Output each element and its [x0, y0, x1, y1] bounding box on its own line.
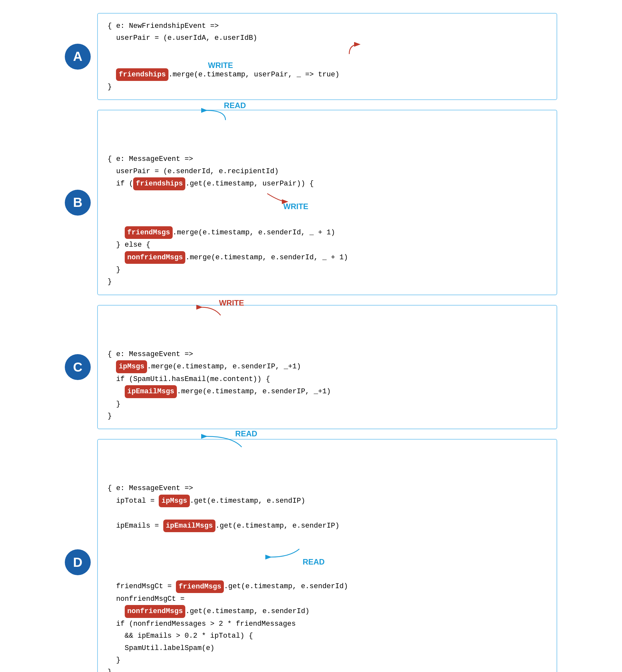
- read-arrow-d2: [264, 546, 309, 564]
- code-b-line4: friendMsgs.merge(e.timestamp, e.senderId…: [108, 190, 547, 239]
- code-d-line2: ipTotal = ipMsgs.get(e.timestamp, e.send…: [108, 495, 547, 507]
- block-d-row: D { e: MessageEvent => READ ipTotal = ip…: [65, 439, 557, 672]
- code-d-line12: }: [108, 654, 547, 666]
- write-label-b: WRITE: [283, 200, 308, 213]
- code-box-c: { e: MessageEvent => WRITE ipMsgs.merge(…: [97, 305, 557, 430]
- highlight-ipMsgs-c: ipMsgs: [116, 360, 147, 373]
- code-b-line1: { e: MessageEvent => READ: [108, 117, 547, 165]
- code-a-line4: }: [108, 81, 547, 93]
- block-b-row: B { e: MessageEvent => READ userPair = (…: [65, 110, 557, 295]
- code-c-line3: if (SpamUtil.hasEmail(me.content)) {: [108, 373, 547, 385]
- code-b-line7: }: [108, 264, 547, 276]
- highlight-ipEmailMsgs-c: ipEmailMsgs: [125, 385, 177, 398]
- write-label-a: WRITE: [208, 59, 233, 72]
- code-a-line1: { e: NewFriendshipEvent =>: [108, 20, 547, 32]
- code-d-line8: nonfriendMsgs.get(e.timestamp, e.senderI…: [108, 605, 547, 618]
- code-d-line11: SpamUtil.labelSpam(e): [108, 642, 547, 654]
- block-c-row: C { e: MessageEvent => WRITE ipMsgs.merg…: [65, 305, 557, 430]
- code-c-line4: ipEmailMsgs.merge(e.timestamp, e.senderI…: [108, 385, 547, 398]
- highlight-ipMsgs-d: ipMsgs: [159, 495, 189, 507]
- code-box-b: { e: MessageEvent => READ userPair = (e.…: [97, 110, 557, 295]
- highlight-ipEmailMsgs-d: ipEmailMsgs: [163, 520, 215, 532]
- highlight-friendships-a: friendships: [116, 68, 168, 81]
- write-arrow-a: [330, 41, 369, 57]
- code-d-line9: if (nonfriendMessages > 2 * friendMessag…: [108, 618, 547, 630]
- write-label-c: WRITE: [219, 297, 244, 310]
- highlight-friendships-b: friendships: [133, 177, 185, 190]
- code-d-line3: [108, 507, 547, 519]
- code-a-line2: userPair = (e.userIdA, e.userIdB): [108, 32, 547, 44]
- code-d-line6: friendMsgCt = friendMsgs.get(e.timestamp…: [108, 544, 547, 593]
- read-label-d1: READ: [235, 427, 257, 441]
- read-label-d2: READ: [303, 556, 324, 569]
- code-d-line1: { e: MessageEvent => READ: [108, 446, 547, 495]
- code-c-line2: ipMsgs.merge(e.timestamp, e.senderIP, _+…: [108, 360, 547, 373]
- highlight-friendMsgs-d: friendMsgs: [176, 581, 224, 593]
- code-d-line10: && ipEmails > 0.2 * ipTotal) {: [108, 630, 547, 642]
- label-d: D: [65, 549, 91, 575]
- code-b-line6: nonfriendMsgs.merge(e.timestamp, e.sende…: [108, 251, 547, 264]
- code-b-line5: } else {: [108, 239, 547, 251]
- code-d-line7: nonfriendMsgCt =: [108, 593, 547, 605]
- highlight-nonfriendMsgs-b: nonfriendMsgs: [125, 251, 186, 264]
- label-b: B: [65, 190, 91, 216]
- block-a-row: A { e: NewFriendshipEvent => userPair = …: [65, 13, 557, 100]
- code-d-line5: [108, 532, 547, 544]
- highlight-friendMsgs-b: friendMsgs: [125, 226, 173, 239]
- label-c: C: [65, 354, 91, 380]
- code-d-line13: }: [108, 666, 547, 672]
- code-box-d: { e: MessageEvent => READ ipTotal = ipMs…: [97, 439, 557, 672]
- code-c-line6: }: [108, 410, 547, 422]
- code-c-line1: { e: MessageEvent => WRITE: [108, 312, 547, 361]
- code-b-line8: }: [108, 276, 547, 288]
- label-a: A: [65, 44, 91, 70]
- code-box-a: { e: NewFriendshipEvent => userPair = (e…: [97, 13, 557, 100]
- code-d-line4: ipEmails = ipEmailMsgs.get(e.timestamp, …: [108, 520, 547, 532]
- code-c-line5: }: [108, 398, 547, 410]
- code-b-line3: if (friendships.get(e.timestamp, userPai…: [108, 177, 547, 190]
- code-a-line3: friendships.merge(e.timestamp, userPair,…: [108, 44, 547, 81]
- code-b-line2: userPair = (e.senderId, e.recipientId): [108, 165, 547, 177]
- read-label-b: READ: [224, 99, 246, 112]
- highlight-nonfriendMsgs-d: nonfriendMsgs: [125, 605, 186, 618]
